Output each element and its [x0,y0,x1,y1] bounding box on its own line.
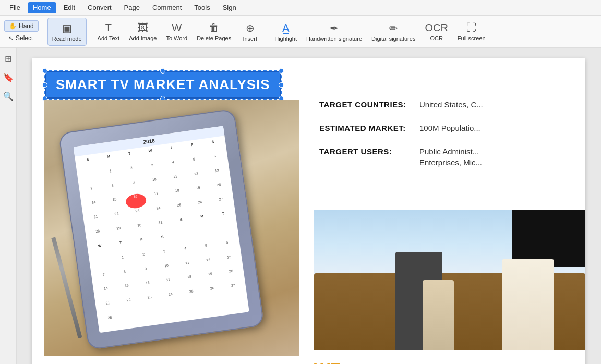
separator-2 [90,21,90,42]
handle-middle-right[interactable] [279,82,284,88]
menu-convert[interactable]: Convert [82,2,117,13]
target-users-value-1: Public Administ... [419,147,482,156]
to-word-button[interactable]: W To Word [162,18,191,46]
separator-1 [44,21,44,42]
handwritten-icon: ✒ [330,22,339,34]
menu-bar: File Home Edit Convert Page Comment Tool… [0,0,601,16]
read-mode-button[interactable]: ▣ Read mode [47,18,87,46]
digital-signatures-button[interactable]: ✏ Digital signatures [367,18,419,46]
ocr-icon: OCR [425,22,448,34]
full-screen-icon: ⛶ [466,22,477,34]
read-mode-icon: ▣ [62,22,72,34]
hand-icon: ✋ [9,22,17,30]
add-text-button[interactable]: T Add Text [93,18,124,46]
handwritten-signature-button[interactable]: ✒ Handwritten signature [302,18,366,46]
highlight-button[interactable]: A̲ Highlight [270,18,301,46]
hand-button[interactable]: ✋ Hand [4,20,39,32]
full-screen-button[interactable]: ⛶ Full screen [453,18,490,46]
menu-file[interactable]: File [4,2,26,13]
separator-3 [267,21,267,42]
highlight-icon: A̲ [282,22,290,34]
target-countries-value: United States, C... [419,100,483,109]
hand-select-group: ✋ Hand ↖ Select [4,20,39,43]
search-icon[interactable]: 🔍 [2,90,15,102]
handle-middle-left[interactable] [42,82,47,88]
bookmark-icon[interactable]: 🔖 [2,71,15,83]
delete-pages-icon: 🗑 [209,22,219,34]
toolbar: ✋ Hand ↖ Select ▣ Read mode T Add Text 🖼… [0,16,601,48]
insert-icon: ⊕ [246,22,255,34]
estimated-market-value: 100M Populatio... [419,124,480,132]
to-word-icon: W [172,22,182,34]
document-title: SMART TV MARKET ANALYSIS [45,71,281,99]
calendar-grid: SMTWTFS 123456 78910111213 1415161718192… [75,136,249,333]
office-interior [314,210,585,350]
handle-top-left[interactable] [42,68,47,74]
add-image-button[interactable]: 🖼 Add Image [125,18,161,46]
cursor-icon: ↖ [8,34,14,42]
bottom-text: WE MAKE THE WORLD WO... [314,360,483,364]
digital-sig-icon: ✏ [389,22,398,34]
right-content: TARGET COUNTRIES: United States, C... ES… [314,100,585,181]
menu-sign[interactable]: Sign [218,2,242,13]
estimated-market-label: ESTIMATED MARKET: [319,124,413,132]
select-button[interactable]: ↖ Select [4,33,39,43]
menu-tools[interactable]: Tools [189,2,215,13]
estimated-market-row: ESTIMATED MARKET: 100M Populatio... [319,124,580,132]
left-sidebar: ⊞ 🔖 🔍 [0,48,17,364]
insert-button[interactable]: ⊕ Insert [236,18,263,46]
pages-icon[interactable]: ⊞ [2,52,15,65]
left-image: 2018 SMTWTFS 123456 78910111213 14151617… [44,100,299,356]
ocr-button[interactable]: OCR OCR [420,18,452,46]
tablet-mockup: 2018 SMTWTFS 123456 78910111213 14151617… [58,108,265,350]
menu-edit[interactable]: Edit [58,2,80,13]
target-users-row: TARGERT USERS: Public Administ... Enterp… [319,147,580,167]
content-area: SMART TV MARKET ANALYSIS 2018 SMTWTFS 12… [17,48,601,364]
selected-text-box[interactable]: SMART TV MARKET ANALYSIS [44,70,282,100]
menu-home[interactable]: Home [28,2,56,13]
bottom-we: WE [314,360,341,364]
menu-page[interactable]: Page [119,2,145,13]
target-users-label: TARGERT USERS: [319,147,413,156]
main-area: ⊞ 🔖 🔍 SMART TV MARKET ANALYSIS [0,48,601,364]
pdf-page: SMART TV MARKET ANALYSIS 2018 SMTWTFS 12… [32,58,585,364]
add-image-icon: 🖼 [138,22,148,34]
target-countries-label: TARGET COUNTRIES: [319,100,413,109]
target-users-value-2: Enterprises, Mic... [419,158,482,167]
delete-pages-button[interactable]: 🗑 Delete Pages [193,18,235,46]
office-image [314,210,585,350]
target-countries-row: TARGET COUNTRIES: United States, C... [319,100,580,109]
add-text-icon: T [105,22,112,34]
handle-top-right[interactable] [279,68,284,74]
menu-comment[interactable]: Comment [147,2,187,13]
tablet-screen: 2018 SMTWTFS 123456 78910111213 14151617… [74,126,249,333]
